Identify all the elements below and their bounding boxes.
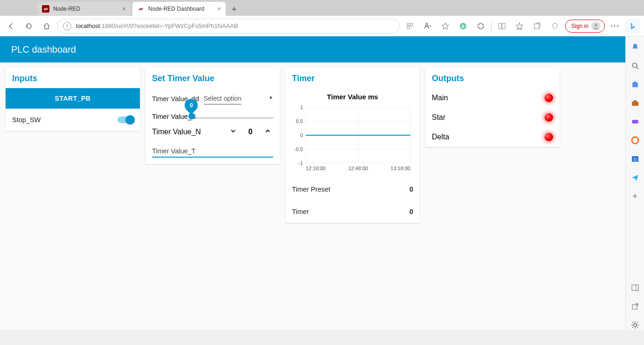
stop-sw-switch[interactable] — [118, 117, 133, 123]
favorite-star-icon[interactable] — [438, 19, 453, 34]
svg-rect-16 — [534, 24, 539, 29]
svg-rect-10 — [407, 27, 409, 29]
svg-text:O: O — [633, 157, 637, 162]
extensions-icon[interactable] — [473, 19, 488, 34]
timer-label: Timer — [292, 208, 309, 215]
start-pb-button[interactable]: START_PB — [6, 88, 140, 109]
tabstrip: ⇄ Node-RED × ⇄ Node-RED Dashboard × + — [0, 0, 644, 16]
output-row-delta: Delta — [425, 127, 560, 147]
tab-node-red-dashboard[interactable]: ⇄ Node-RED Dashboard × — [132, 2, 226, 16]
new-tab-button[interactable]: + — [228, 3, 241, 16]
svg-point-17 — [595, 24, 597, 26]
svg-rect-41 — [632, 285, 638, 290]
output-label: Delta — [432, 133, 449, 141]
svg-text:-0.5: -0.5 — [294, 146, 303, 152]
chart-area: 1 0.5 0 -0.5 -1 12:18:00 12:48:00 13:18:… — [285, 103, 420, 178]
svg-text:1: 1 — [300, 104, 303, 110]
url-host: localhost — [76, 22, 100, 29]
led-indicator-icon — [545, 94, 553, 102]
url-input[interactable]: i localhost:1880/ui/#!/0?socketid=-YpFWz… — [57, 19, 400, 34]
tab-close-button[interactable]: × — [122, 5, 126, 13]
svg-rect-37 — [634, 100, 637, 102]
sidebar-settings-icon[interactable] — [630, 320, 640, 330]
tab-title: Node-RED Dashboard — [148, 6, 215, 12]
site-info-icon[interactable]: i — [63, 22, 71, 30]
card-outputs: Outputs Main Star Delta — [425, 68, 560, 147]
browser-essentials-icon[interactable] — [547, 19, 562, 34]
timer-value: 0 — [409, 208, 413, 215]
idm-icon[interactable] — [456, 19, 471, 34]
svg-point-44 — [634, 324, 637, 326]
led-indicator-icon — [545, 113, 553, 122]
num-decrement-button[interactable] — [228, 128, 239, 136]
tab-close-button[interactable]: × — [217, 5, 221, 13]
svg-line-35 — [637, 67, 638, 69]
card-timer: Timer Timer Value ms — [285, 68, 420, 223]
sidebar-notifications-icon[interactable] — [630, 42, 640, 52]
timer-num-value: 0 — [243, 128, 257, 136]
collections-icon[interactable] — [530, 19, 545, 34]
bing-chat-icon[interactable] — [625, 19, 640, 34]
favorites-bar-icon[interactable] — [512, 19, 527, 34]
sidebar-tools-icon[interactable] — [630, 98, 640, 108]
timer-preset-value: 0 — [409, 186, 413, 193]
signin-button[interactable]: Sign in — [565, 20, 605, 33]
nav-refresh-button[interactable] — [21, 19, 36, 34]
svg-text:13:18:00: 13:18:00 — [391, 166, 410, 171]
tab-node-red[interactable]: ⇄ Node-RED × — [37, 2, 131, 16]
card-title: Outputs — [425, 68, 560, 88]
svg-text:0: 0 — [300, 132, 303, 138]
timer-dd-select[interactable]: Select option — [204, 93, 242, 104]
timer-slider[interactable] — [195, 117, 273, 118]
output-label: Star — [432, 113, 445, 122]
svg-text:12:48:00: 12:48:00 — [348, 166, 368, 171]
app-available-icon[interactable]: + — [402, 19, 417, 34]
sidebar-m365-icon[interactable] — [630, 135, 640, 145]
signin-label: Sign in — [571, 23, 589, 29]
output-row-star: Star — [425, 108, 560, 127]
sidebar-send-icon[interactable] — [630, 172, 640, 183]
svg-rect-38 — [632, 120, 638, 124]
slider-thumb[interactable] — [188, 113, 195, 119]
chart-title: Timer Value ms — [285, 88, 420, 103]
tab-title: Node-RED — [53, 6, 119, 12]
timer-chart: 1 0.5 0 -0.5 -1 12:18:00 12:48:00 13:18:… — [289, 103, 414, 172]
card-title: Set Timer Value — [145, 68, 280, 88]
led-indicator-icon — [545, 133, 553, 141]
app-header: PLC dashboard — [0, 36, 625, 62]
node-red-favicon-icon: ⇄ — [42, 5, 49, 13]
svg-text:+: + — [410, 25, 413, 29]
sidebar-panel-icon[interactable] — [630, 283, 640, 293]
address-bar: i localhost:1880/ui/#!/0?socketid=-YpFWz… — [0, 16, 644, 36]
sidebar-popout-icon[interactable] — [630, 301, 640, 311]
svg-rect-14 — [502, 23, 505, 29]
svg-rect-13 — [499, 23, 501, 29]
stop-sw-label: Stop_SW — [12, 116, 41, 124]
sidebar-search-icon[interactable] — [630, 61, 640, 71]
card-set-timer: Set Timer Value Timer Value_dd Select op… — [145, 68, 280, 164]
card-title: Inputs — [6, 68, 140, 88]
timer-preset-label: Timer Preset — [292, 186, 330, 193]
app-title: PLC dashboard — [11, 44, 76, 55]
num-increment-button[interactable] — [262, 128, 273, 136]
nav-back-button[interactable] — [4, 19, 19, 34]
url-path: :1880/ui/#!/0?socketid=-YpFWzCpFs5mPh1NA… — [100, 22, 238, 29]
profile-avatar-icon — [591, 21, 601, 31]
sidebar-shopping-icon[interactable] — [630, 79, 640, 90]
read-aloud-icon[interactable]: A» — [420, 19, 435, 34]
svg-text:-1: -1 — [298, 160, 303, 166]
svg-rect-8 — [407, 23, 409, 26]
sidebar-outlook-icon[interactable]: O — [630, 154, 640, 164]
sidebar-add-icon[interactable]: + — [630, 191, 640, 201]
svg-rect-36 — [632, 102, 638, 106]
output-row-main: Main — [425, 88, 560, 108]
split-screen-icon[interactable] — [494, 19, 509, 34]
timer-text-input[interactable] — [152, 145, 273, 158]
svg-text:12:18:00: 12:18:00 — [306, 166, 325, 171]
sidebar-games-icon[interactable] — [630, 117, 640, 127]
output-label: Main — [432, 94, 448, 102]
more-menu-button[interactable]: ··· — [608, 19, 623, 34]
nav-home-button[interactable] — [39, 19, 54, 34]
card-inputs: Inputs START_PB Stop_SW — [6, 68, 140, 131]
edge-sidebar: O + — [625, 36, 644, 330]
